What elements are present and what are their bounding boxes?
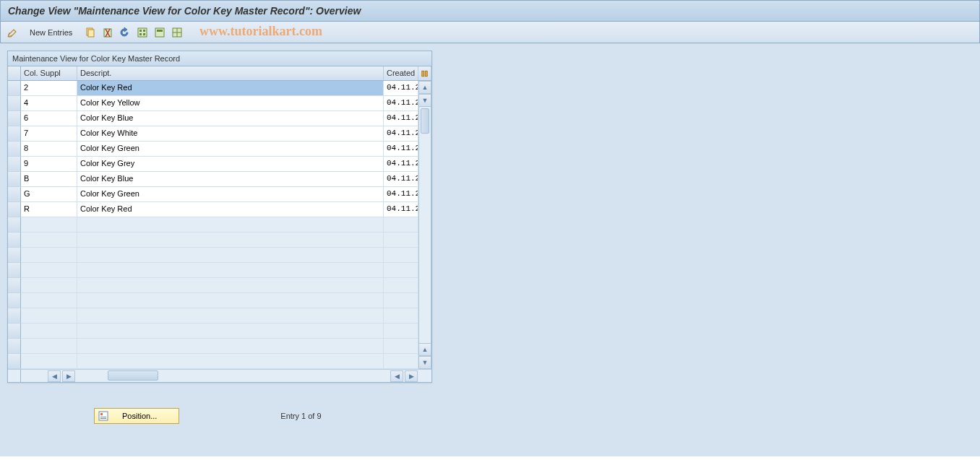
cell-created[interactable]: 04.11.2 [384,172,418,187]
hscroll-thumb[interactable] [108,370,158,381]
copy-as-icon[interactable] [84,26,97,39]
table-row-empty[interactable] [8,339,431,354]
table-row[interactable]: BColor Key Blue04.11.2 [8,172,431,187]
table-row-empty[interactable] [8,293,431,308]
hscroll-right-icon[interactable]: ▶ [62,370,75,382]
row-selector[interactable] [8,233,21,248]
row-selector[interactable] [8,111,21,126]
table-row-empty[interactable] [8,248,431,263]
row-selector[interactable] [8,142,21,157]
cell-suppl[interactable]: 8 [21,142,77,157]
row-selector[interactable] [8,172,21,187]
row-selector[interactable] [8,217,21,233]
cell-created[interactable]: 04.11.2 [384,187,418,202]
table-row-empty[interactable] [8,324,431,339]
cell-created[interactable]: 04.11.2 [384,202,418,217]
row-selector[interactable] [8,263,21,278]
row-selector[interactable] [8,248,21,263]
table-row-empty[interactable] [8,354,431,369]
col-header-suppl[interactable]: Col. Suppl [21,66,77,80]
table-row[interactable]: GColor Key Green04.11.2 [8,187,431,202]
delete-icon[interactable] [101,26,114,39]
scroll-up-bottom-icon[interactable]: ▲ [418,343,431,356]
table-row[interactable]: 9Color Key Grey04.11.2 [8,157,431,172]
hscroll-track[interactable] [79,370,388,381]
col-header-descript[interactable]: Descript. [77,66,384,80]
table-row[interactable]: 4Color Key Yellow04.11.2 [8,96,431,111]
row-selector[interactable] [8,354,21,369]
position-button[interactable]: Position... [94,408,179,424]
scroll-up-icon[interactable]: ▲ [418,81,431,94]
cell-suppl[interactable]: 7 [21,126,77,142]
table-settings-icon[interactable] [418,66,431,80]
row-selector[interactable] [8,81,21,96]
table-row[interactable]: 8Color Key Green04.11.2 [8,142,431,157]
table-row-empty[interactable] [8,278,431,293]
row-selector[interactable] [8,187,21,202]
row-selector-header[interactable] [8,66,21,80]
hscroll-left-icon[interactable]: ◀ [48,370,61,382]
col-header-created[interactable]: Created [384,66,418,80]
entry-counter: Entry 1 of 9 [280,412,321,420]
cell-created[interactable]: 04.11.2 [384,81,418,96]
undo-change-icon[interactable] [119,26,132,39]
cell-created[interactable]: 04.11.2 [384,157,418,172]
row-selector[interactable] [8,126,21,142]
horizontal-scrollbar[interactable]: ◀ ▶ ◀ ▶ [8,369,431,382]
row-selector[interactable] [8,157,21,172]
cell-suppl[interactable]: 2 [21,81,77,96]
cell-suppl[interactable]: B [21,172,77,187]
application-toolbar: New Entries www.tutorialkart.com [0,22,980,43]
cell-descript[interactable]: Color Key White [77,126,384,142]
table-row-empty[interactable] [8,308,431,324]
cell-descript[interactable]: Color Key Yellow [77,96,384,111]
scroll-down-bottom-icon[interactable]: ▼ [418,356,431,369]
cell-descript[interactable]: Color Key Blue [77,111,384,126]
row-selector[interactable] [8,202,21,217]
deselect-all-icon[interactable] [171,26,184,39]
row-selector[interactable] [8,293,21,308]
table-row-empty[interactable] [8,233,431,248]
select-all-icon[interactable] [136,26,149,39]
cell-descript[interactable]: Color Key Red [77,81,384,96]
svg-rect-17 [100,417,106,417]
cell-created[interactable]: 04.11.2 [384,96,418,111]
cell-descript[interactable]: Color Key Blue [77,172,384,187]
row-selector[interactable] [8,308,21,324]
titlebar: Change View "Maintenance View for Color … [0,0,980,22]
table-row[interactable]: 6Color Key Blue04.11.2 [8,111,431,126]
svg-rect-18 [100,418,106,419]
cell-created[interactable]: 04.11.2 [384,142,418,157]
cell-suppl[interactable]: R [21,202,77,217]
cell-descript[interactable]: Color Key Green [77,187,384,202]
svg-rect-13 [422,71,424,77]
table-row[interactable]: RColor Key Red04.11.2 [8,202,431,217]
table-row[interactable]: 2Color Key Red04.11.2 [8,81,431,96]
cell-suppl[interactable]: 9 [21,157,77,172]
hscroll-left-end-icon[interactable]: ◀ [390,370,403,382]
scroll-down-icon[interactable]: ▼ [418,94,431,107]
cell-descript[interactable]: Color Key Green [77,142,384,157]
cell-created[interactable]: 04.11.2 [384,111,418,126]
table-row[interactable]: 7Color Key White04.11.2 [8,126,431,142]
cell-suppl[interactable]: 6 [21,111,77,126]
cell-descript[interactable]: Color Key Grey [77,157,384,172]
row-selector[interactable] [8,324,21,339]
scroll-track[interactable] [418,107,431,343]
svg-rect-6 [139,33,142,35]
new-entries-button[interactable]: New Entries [25,27,77,38]
table-row-empty[interactable] [8,263,431,278]
select-block-icon[interactable] [153,26,166,39]
cell-descript[interactable]: Color Key Red [77,202,384,217]
cell-suppl[interactable]: 4 [21,96,77,111]
row-selector[interactable] [8,96,21,111]
row-selector[interactable] [8,278,21,293]
hscroll-right-end-icon[interactable]: ▶ [405,370,418,382]
scroll-thumb[interactable] [421,108,429,134]
table-row-empty[interactable] [8,217,431,233]
toggle-edit-icon[interactable] [7,26,20,39]
vertical-scrollbar[interactable]: ▲ ▼ ▲ ▼ [418,81,431,369]
cell-suppl[interactable]: G [21,187,77,202]
row-selector[interactable] [8,339,21,354]
cell-created[interactable]: 04.11.2 [384,126,418,142]
